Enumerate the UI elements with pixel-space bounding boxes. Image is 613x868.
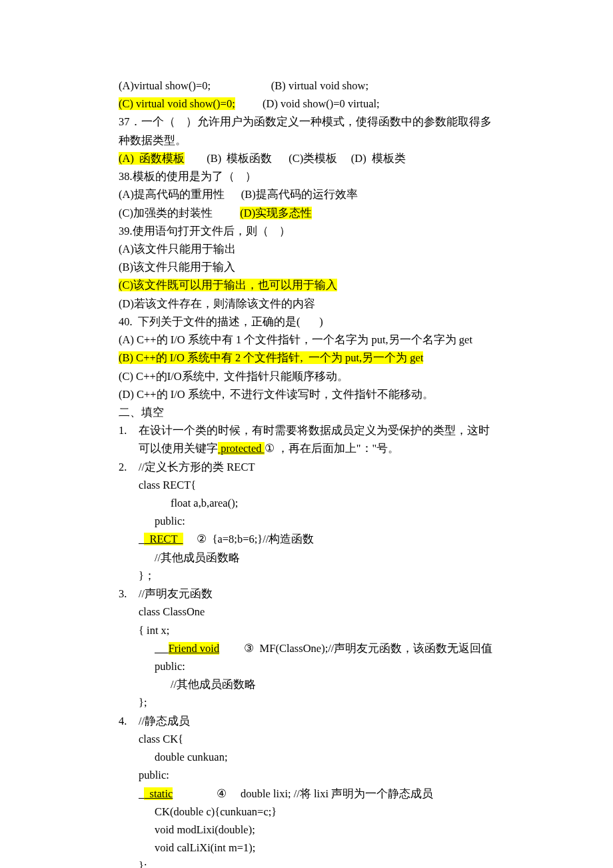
fill3-blank-pre [155,642,169,655]
q39-c: (C)该文件既可以用于输出，也可以用于输入 [119,279,337,291]
q38-a: (A)提高代码的重用性 [119,188,225,201]
fill2-l7: }； [139,567,498,585]
q39-c-wrap: (C)该文件既可以用于输出，也可以用于输入 [119,276,498,294]
fill4-blank-line: static ④ double lixi; //将 lixi 声明为一个静态成员 [139,785,498,803]
fill3-l1: //声明友元函数 [139,585,498,603]
fill4-l9: }; [139,857,498,868]
fill4-l4: public: [139,766,498,784]
fill4-l2: class CK{ [139,730,498,748]
fill2-l3: float a,b,area(); [139,494,498,512]
fill2-l4: public: [139,512,498,530]
fill1-text-b: ① ，再在后面加上"： [265,442,372,455]
fill3-l6: //其他成员函数略 [139,675,498,693]
fill3-body: //声明友元函数 class ClassOne { int x; Friend … [139,585,498,712]
fill2-l6: //其他成员函数略 [139,549,498,567]
fill1-text-c: "号。 [372,442,400,455]
q40-c: (C) C++的I/O系统中, 文件指针只能顺序移动。 [119,367,498,385]
q40-stem: 40. 下列关于文件的描述，正确的是( ) [119,313,498,331]
fill4-l5: ④ double lixi; //将 lixi 声明为一个静态成员 [173,787,433,800]
q37-d: (D) 模板类 [351,152,406,165]
fill2-l5: ② {a=8;b=6;}//构造函数 [183,533,314,545]
fill2-blank: RECT [144,533,183,545]
fill2-l1: //定义长方形的类 RECT [139,458,498,476]
q37-a: (A) 函数模板 [119,152,185,165]
fill1-body: 在设计一个类的时候，有时需要将数据成员定义为受保护的类型，这时可以使用关键字 p… [139,421,498,457]
q36-a: (A)virtual show()=0; [119,79,211,92]
fill4-l7: void modLixi(double); [139,821,498,839]
q39-a: (A)该文件只能用于输出 [119,240,498,258]
fill2-blank-line: RECT ② {a=8;b=6;}//构造函数 [139,530,498,548]
fill2: 2. //定义长方形的类 RECT class RECT{ float a,b,… [119,458,498,585]
fill3-num: 3. [119,585,139,712]
document-page: (A)virtual show()=0; (B) virtual void sh… [0,0,613,868]
fill3-l2: class ClassOne [139,603,498,621]
q38-d: (D)实现多态性 [240,207,312,219]
fill3-l7: }; [139,693,498,711]
q40-b: (B) C++的 I/O 系统中有 2 个文件指针, 一个为 put,另一个为 … [119,351,423,364]
q37-c: (C)类模板 [289,152,337,165]
q36-c: (C) virtual void show()=0; [119,97,235,110]
q38-options-line1: (A)提高代码的重用性 (B)提高代码的运行效率 [119,185,498,203]
fill1-blank: protected [218,442,265,455]
fill4-num: 4. [119,712,139,868]
q40-b-wrap: (B) C++的 I/O 系统中有 2 个文件指针, 一个为 put,另一个为 … [119,349,498,367]
q38-options-line2: (C)加强类的封装性 (D)实现多态性 [119,204,498,222]
fill4-blank: static [144,787,173,800]
q36-b: (B) virtual void show; [271,79,368,92]
q36-options-line2: (C) virtual void show()=0; (D) void show… [119,95,498,113]
fill4-body: //静态成员 class CK{ double cunkuan; public:… [139,712,498,868]
q38-c: (C)加强类的封装性 [119,207,213,219]
fill3-l3: { int x; [139,621,498,639]
fill3: 3. //声明友元函数 class ClassOne { int x; Frie… [119,585,498,712]
q40-a: (A) C++的 I/O 系统中有 1 个文件指针，一个名字为 put,另一个名… [119,331,498,349]
fill2-body: //定义长方形的类 RECT class RECT{ float a,b,are… [139,458,498,585]
fill1-num: 1. [119,421,139,457]
fill3-blank-line: Friend void ③ MF(ClassOne);//声明友元函数，该函数无… [139,639,498,657]
fill4-l3: double cunkuan; [139,748,498,766]
fill3-l4: ③ MF(ClassOne);//声明友元函数，该函数无返回值 [219,642,492,655]
section2-heading: 二、填空 [119,403,498,421]
q37-options: (A) 函数模板 (B) 模板函数 (C)类模板 (D) 模板类 [119,149,498,167]
q37-b: (B) 模板函数 [207,152,272,165]
fill4-l1: //静态成员 [139,712,498,730]
fill2-num: 2. [119,458,139,585]
q39-d: (D)若该文件存在，则清除该文件的内容 [119,295,498,313]
fill4: 4. //静态成员 class CK{ double cunkuan; publ… [119,712,498,868]
fill3-l5: public: [139,657,498,675]
q39-b: (B)该文件只能用于输入 [119,258,498,276]
q36-options-line1: (A)virtual show()=0; (B) virtual void sh… [119,77,498,95]
fill4-l6: CK(double c){cunkuan=c;} [139,803,498,821]
q38-b: (B)提高代码的运行效率 [241,188,358,201]
fill2-l2: class RECT{ [139,476,498,494]
q36-d: (D) void show()=0 virtual; [263,97,380,110]
q38-stem: 38.模板的使用是为了（ ） [119,167,498,185]
q37-stem: 37．一个（ ）允许用户为函数定义一种模式，使得函数中的参数能取得多种数据类型。 [119,113,498,149]
q39-stem: 39.使用语句打开文件后，则（ ） [119,222,498,240]
fill4-l8: void calLiXi(int m=1); [139,839,498,857]
fill2-blank-pre [139,533,144,545]
fill1: 1. 在设计一个类的时候，有时需要将数据成员定义为受保护的类型，这时可以使用关键… [119,421,498,457]
fill4-blank-pre [139,787,144,800]
q40-d: (D) C++的 I/O 系统中, 不进行文件读写时，文件指针不能移动。 [119,385,498,403]
fill3-blank: Friend void [169,642,220,655]
